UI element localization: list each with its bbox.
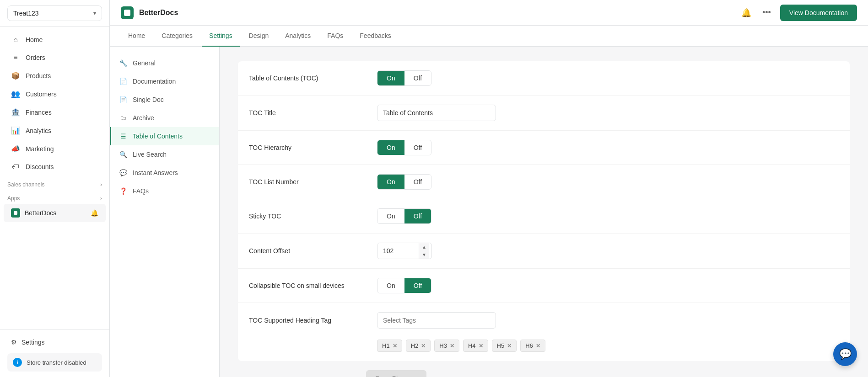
collapsible-toc-off-btn[interactable]: Off [404, 278, 431, 293]
spinner-up-btn[interactable]: ▲ [419, 243, 429, 251]
more-options-icon[interactable]: ••• [760, 6, 773, 19]
settings-nav-label: Live Search [133, 151, 167, 158]
sidebar-item-label: Marketing [26, 145, 54, 153]
sidebar-item-orders[interactable]: ≡ Orders [4, 49, 106, 66]
content-offset-input[interactable] [377, 243, 419, 259]
tag-h6-remove[interactable]: ✕ [536, 343, 540, 349]
store-transfer-notice: i Store transfer disabled [7, 353, 102, 372]
settings-icon: ⚙ [11, 339, 17, 346]
sales-channels-section[interactable]: Sales channels › [0, 176, 109, 190]
sidebar-item-discounts[interactable]: 🏷 Discounts [4, 158, 106, 175]
chevron-right-icon: › [100, 181, 102, 188]
tab-design[interactable]: Design [242, 26, 276, 47]
sticky-toc-label: Sticky TOC [249, 212, 377, 220]
toc-hierarchy-label: TOC Hierarchy [249, 144, 377, 151]
tag-h1: H1 ✕ [377, 340, 402, 352]
collapsible-toc-toggle: On Off [377, 278, 431, 293]
tab-faqs[interactable]: FAQs [320, 26, 350, 47]
store-selector[interactable]: Treat123 ▾ [7, 5, 102, 21]
tab-feedbacks[interactable]: Feedbacks [352, 26, 398, 47]
tag-h6-label: H6 [525, 342, 533, 349]
sidebar-item-marketing[interactable]: 📣 Marketing [4, 140, 106, 158]
tag-h5-remove[interactable]: ✕ [507, 343, 512, 349]
tag-h2-remove[interactable]: ✕ [421, 343, 426, 349]
tab-categories[interactable]: Categories [154, 26, 200, 47]
sticky-toc-on-btn[interactable]: On [377, 209, 404, 223]
sidebar-item-label: Home [26, 36, 43, 43]
tab-home[interactable]: Home [121, 26, 152, 47]
sidebar-item-customers[interactable]: 👥 Customers [4, 85, 106, 103]
content-area: 🔧 General 📄 Documentation 📄 Single Doc 🗂… [110, 47, 868, 377]
chat-bubble[interactable]: 💬 [833, 342, 857, 366]
apps-section[interactable]: Apps › [0, 190, 109, 203]
sidebar-settings[interactable]: ⚙ Settings [7, 335, 102, 350]
collapsible-toc-on-btn[interactable]: On [377, 278, 404, 293]
settings-nav-label: FAQs [133, 187, 149, 195]
settings-label: Settings [22, 339, 45, 346]
notification-icon[interactable]: 🔔 [739, 6, 753, 20]
settings-nav-live-search[interactable]: 🔍 Live Search [110, 145, 219, 164]
settings-nav-single-doc[interactable]: 📄 Single Doc [110, 90, 219, 109]
tag-h4-label: H4 [468, 342, 476, 349]
toc-list-number-label: TOC List Number [249, 178, 377, 186]
view-documentation-button[interactable]: View Documentation [780, 5, 857, 21]
toc-enabled-off-btn[interactable]: Off [404, 71, 431, 85]
toc-list-number-on-btn[interactable]: On [377, 175, 404, 189]
tag-h5-label: H5 [497, 342, 505, 349]
toc-enabled-on-btn[interactable]: On [377, 71, 404, 85]
app-label: BetterDocs [25, 209, 56, 217]
sidebar-top: Treat123 ▾ [0, 0, 109, 27]
finances-icon: 🏦 [11, 108, 20, 117]
discounts-icon: 🏷 [11, 163, 20, 171]
tag-h2-label: H2 [411, 342, 419, 349]
settings-nav-instant-answers[interactable]: 💬 Instant Answers [110, 164, 219, 182]
toc-hierarchy-toggle: On Off [377, 140, 431, 155]
tab-analytics[interactable]: Analytics [278, 26, 318, 47]
sidebar-item-label: Finances [26, 109, 52, 116]
settings-nav-label: Archive [133, 114, 154, 122]
spinner-down-btn[interactable]: ▼ [419, 251, 429, 259]
tag-h4-remove[interactable]: ✕ [479, 343, 483, 349]
tag-h1-remove[interactable]: ✕ [393, 343, 397, 349]
sidebar-item-label: Analytics [26, 127, 51, 134]
toc-hierarchy-off-btn[interactable]: Off [404, 140, 431, 155]
sidebar-item-analytics[interactable]: 📊 Analytics [4, 122, 106, 139]
wrench-icon: 🔧 [119, 59, 127, 67]
tab-settings[interactable]: Settings [202, 26, 240, 47]
toc-hierarchy-on-btn[interactable]: On [377, 140, 404, 155]
archive-icon: 🗂 [119, 114, 127, 122]
settings-nav-archive[interactable]: 🗂 Archive [110, 109, 219, 127]
toc-title-control [377, 105, 839, 121]
setting-row-collapsible-toc: Collapsible TOC on small devices On Off [238, 269, 850, 303]
topbar-left: BetterDocs [121, 6, 178, 19]
toc-enabled-toggle: On Off [377, 70, 431, 86]
store-name: Treat123 [13, 10, 39, 17]
toc-title-input[interactable] [377, 105, 496, 121]
sidebar-bottom: ⚙ Settings i Store transfer disabled [0, 329, 109, 377]
settings-nav-label: General [133, 59, 156, 67]
settings-nav-faqs[interactable]: ❓ FAQs [110, 182, 219, 200]
toc-list-number-off-btn[interactable]: Off [404, 175, 431, 189]
sidebar-item-label: Customers [26, 90, 57, 98]
heading-tags-area: H1 ✕ H2 ✕ H3 ✕ H4 ✕ [377, 340, 545, 352]
toc-heading-tag-label: TOC Supported Heading Tag [249, 317, 377, 324]
sidebar-item-products[interactable]: 📦 Products [4, 67, 106, 85]
sidebar-item-home[interactable]: ⌂ Home [4, 31, 106, 48]
tag-h3: H3 ✕ [434, 340, 459, 352]
settings-nav-general[interactable]: 🔧 General [110, 54, 219, 72]
tag-h2: H2 ✕ [406, 340, 431, 352]
sidebar-item-betterdocs[interactable]: BetterDocs 🔔 [4, 204, 106, 222]
chat-icon: 💬 [119, 169, 127, 176]
settings-nav-documentation[interactable]: 📄 Documentation [110, 72, 219, 90]
tag-h3-remove[interactable]: ✕ [450, 343, 454, 349]
save-changes-button[interactable]: Save Changes [366, 370, 426, 377]
settings-nav-toc[interactable]: ☰ Table of Contents [110, 127, 219, 145]
settings-nav-label: Single Doc [133, 96, 164, 103]
sticky-toc-off-btn[interactable]: Off [404, 209, 431, 223]
app-title: BetterDocs [139, 9, 178, 17]
setting-row-toc-enabled: Table of Contents (TOC) On Off [238, 61, 850, 96]
toc-list-number-toggle: On Off [377, 174, 431, 190]
toc-heading-tag-input[interactable] [377, 312, 496, 329]
chevron-down-icon: ▾ [93, 10, 96, 16]
sidebar-item-finances[interactable]: 🏦 Finances [4, 103, 106, 121]
